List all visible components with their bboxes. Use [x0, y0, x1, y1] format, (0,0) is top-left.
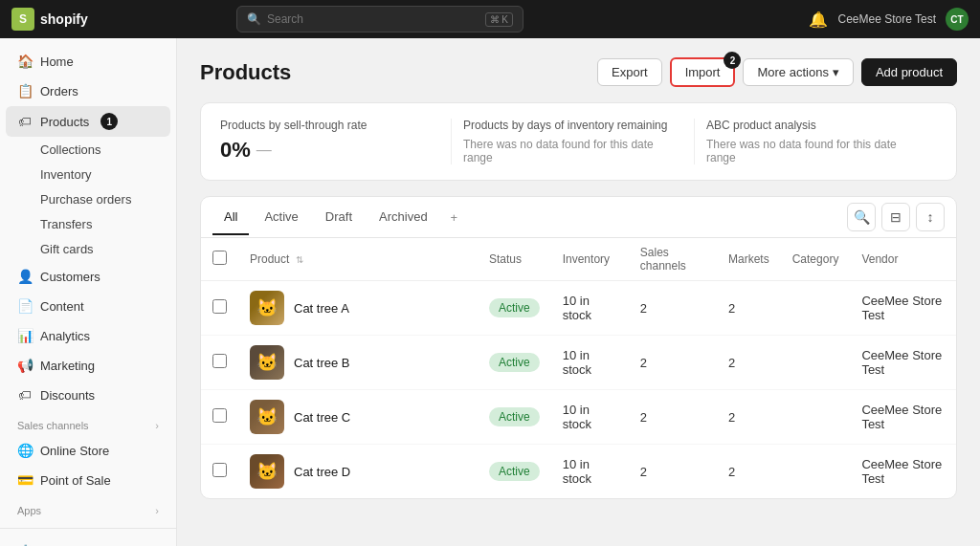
- sidebar-item-purchase-orders[interactable]: Purchase orders: [29, 187, 170, 211]
- row-sales-channels-cell: 2: [629, 336, 717, 390]
- analytics-nodata-2: There was no data found for this date ra…: [706, 138, 918, 164]
- row-checkbox[interactable]: [212, 463, 227, 477]
- inventory-label: Inventory: [40, 167, 91, 182]
- expand-icon[interactable]: ›: [155, 420, 159, 431]
- products-icon: 🏷: [17, 114, 33, 129]
- table-container: All Active Draft Archived + 🔍 ⊟ ↕: [200, 196, 957, 499]
- sidebar-item-analytics[interactable]: 📊 Analytics: [6, 321, 170, 350]
- row-sales-channels-cell: 2: [629, 281, 717, 336]
- row-status-cell: Active: [478, 336, 551, 390]
- row-status-cell: Active: [478, 390, 551, 445]
- sidebar-item-collections[interactable]: Collections: [29, 138, 170, 162]
- table-row: 🐱 Cat tree C Active 10 in stock 2 2 CeeM…: [201, 390, 956, 445]
- col-header-product: Product ⇅: [238, 238, 478, 281]
- tab-all[interactable]: All: [212, 200, 249, 235]
- sidebar-item-customers[interactable]: 👤 Customers: [6, 262, 170, 291]
- table-row: 🐱 Cat tree A Active 10 in stock 2 2 CeeM…: [201, 281, 956, 336]
- add-product-button[interactable]: Add product: [861, 58, 957, 86]
- tab-draft[interactable]: Draft: [314, 200, 364, 235]
- sidebar: 🏠 Home 📋 Orders 🏷 Products 1 Collections…: [0, 38, 177, 546]
- apps-expand-icon[interactable]: ›: [155, 505, 159, 516]
- table-row: 🐱 Cat tree B Active 10 in stock 2 2 CeeM…: [201, 336, 956, 390]
- row-checkbox-cell: [201, 336, 238, 390]
- apps-label: Apps: [17, 505, 41, 516]
- header-actions: Export Import 2 More actions ▾ Add produ…: [597, 57, 957, 87]
- search-icon: 🔍: [247, 12, 261, 26]
- sidebar-item-label: Customers: [40, 270, 100, 284]
- product-thumbnail: 🐱: [250, 400, 284, 434]
- sidebar-item-gift-cards[interactable]: Gift cards: [29, 237, 170, 261]
- row-category-cell: [781, 281, 851, 336]
- export-button[interactable]: Export: [597, 58, 662, 86]
- row-vendor-cell: CeeMee Store Test: [850, 445, 956, 499]
- col-header-inventory: Inventory: [551, 238, 629, 281]
- shopify-logo-icon: S: [11, 8, 34, 31]
- row-checkbox-cell: [201, 390, 238, 445]
- sidebar-item-transfers[interactable]: Transfers: [29, 212, 170, 236]
- tab-archived[interactable]: Archived: [368, 200, 439, 235]
- product-name[interactable]: Cat tree D: [294, 465, 350, 479]
- sidebar-item-point-of-sale[interactable]: 💳 Point of Sale: [6, 466, 170, 494]
- sidebar-item-label: Content: [40, 299, 84, 314]
- row-category-cell: [781, 390, 851, 445]
- search-shortcut: ⌘ K: [485, 12, 513, 27]
- product-name[interactable]: Cat tree B: [294, 356, 350, 370]
- transfers-label: Transfers: [40, 217, 92, 231]
- sidebar-item-products[interactable]: 🏷 Products 1: [6, 106, 170, 137]
- more-actions-button[interactable]: More actions ▾: [743, 58, 853, 86]
- row-checkbox[interactable]: [212, 354, 227, 368]
- apps-section: Apps ›: [0, 495, 176, 520]
- sidebar-item-content[interactable]: 📄 Content: [6, 292, 170, 320]
- select-all-checkbox[interactable]: [212, 251, 227, 265]
- discounts-icon: 🏷: [17, 387, 33, 403]
- row-checkbox[interactable]: [212, 299, 227, 314]
- bell-icon[interactable]: 🔔: [809, 11, 828, 29]
- gift-cards-label: Gift cards: [40, 242, 94, 256]
- row-category-cell: [781, 445, 851, 499]
- search-bar[interactable]: 🔍 ⌘ K: [236, 6, 523, 33]
- store-name: CeeMee Store Test: [837, 12, 936, 26]
- row-status-cell: Active: [478, 281, 551, 336]
- product-name[interactable]: Cat tree C: [294, 410, 350, 425]
- marketing-icon: 📢: [17, 358, 33, 373]
- add-tab-button[interactable]: +: [443, 201, 466, 234]
- analytics-row: Products by sell-through rate 0% — Produ…: [200, 102, 957, 181]
- sidebar-item-label: Products: [40, 115, 89, 129]
- analytics-label-0: Products by sell-through rate: [220, 119, 432, 132]
- product-thumbnail: 🐱: [250, 454, 284, 489]
- analytics-card-sell-through: Products by sell-through rate 0% —: [220, 119, 452, 164]
- sidebar-item-settings[interactable]: ⚙️ Settings: [6, 537, 170, 546]
- col-header-category: Category: [781, 238, 851, 281]
- row-product-cell: 🐱 Cat tree A: [238, 281, 478, 336]
- sort-button[interactable]: ↕: [916, 203, 945, 231]
- row-product-cell: 🐱 Cat tree D: [238, 445, 478, 499]
- products-annotation: 1: [100, 113, 118, 130]
- row-product-cell: 🐱 Cat tree B: [238, 336, 478, 390]
- avatar: CT: [946, 8, 969, 31]
- sidebar-item-inventory[interactable]: Inventory: [29, 163, 170, 186]
- chevron-down-icon: ▾: [833, 65, 839, 79]
- sidebar-item-home[interactable]: 🏠 Home: [6, 47, 170, 76]
- shopify-logo-text: shopify: [40, 11, 88, 27]
- search-table-button[interactable]: 🔍: [847, 203, 876, 231]
- row-checkbox-cell: [201, 281, 238, 336]
- topbar-right: 🔔 CeeMee Store Test CT: [809, 8, 969, 31]
- import-button-wrapper: Import 2: [670, 57, 736, 87]
- topbar: S shopify 🔍 ⌘ K 🔔 CeeMee Store Test CT: [0, 0, 980, 38]
- analytics-card-inventory-days: Products by days of inventory remaining …: [463, 119, 695, 164]
- row-markets-cell: 2: [717, 281, 781, 336]
- sidebar-item-label: Analytics: [40, 329, 90, 343]
- search-input[interactable]: [267, 12, 479, 26]
- row-checkbox[interactable]: [212, 408, 227, 423]
- sidebar-item-discounts[interactable]: 🏷 Discounts: [6, 381, 170, 409]
- row-inventory-cell: 10 in stock: [551, 281, 629, 336]
- content-area: Products Export Import 2 More actions ▾ …: [177, 38, 980, 546]
- sidebar-item-orders[interactable]: 📋 Orders: [6, 76, 170, 105]
- tab-active[interactable]: Active: [253, 200, 309, 235]
- product-name[interactable]: Cat tree A: [294, 301, 349, 316]
- sidebar-item-marketing[interactable]: 📢 Marketing: [6, 351, 170, 380]
- sidebar-item-online-store[interactable]: 🌐 Online Store: [6, 436, 170, 465]
- filter-button[interactable]: ⊟: [881, 203, 910, 231]
- sidebar-item-label: Discounts: [40, 388, 95, 403]
- sidebar-products-sub: Collections Inventory Purchase orders Tr…: [0, 138, 176, 261]
